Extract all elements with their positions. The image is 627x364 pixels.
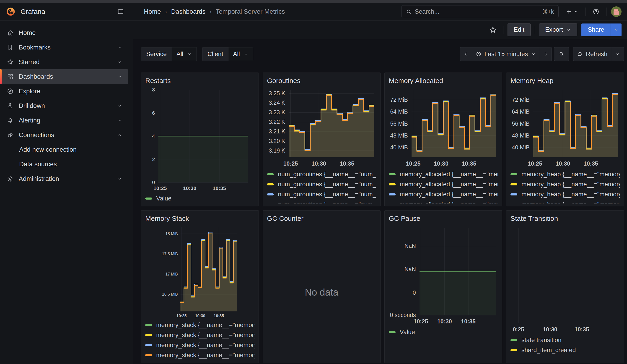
sidebar-item-dashboards[interactable]: Dashboards [0,69,128,84]
refresh-interval-dropdown[interactable] [611,48,624,61]
svg-text:56 MiB: 56 MiB [512,120,530,127]
panel-memory-stack: Memory Stack 10:2510:3010:3518 MiB17.5 M… [141,210,259,363]
time-zoom-out-button[interactable] [554,48,569,61]
edit-button[interactable]: Edit [508,23,530,36]
sidebar-item-add-new-connection[interactable]: Add new connection [0,142,128,157]
svg-text:10:25: 10:25 [154,185,167,191]
panel-title[interactable]: Memory Allocated [389,77,498,85]
legend-label: memory_allocated {__name__="memc [400,201,498,204]
share-button[interactable]: Share [581,23,611,36]
sidebar-item-starred[interactable]: Starred [0,55,128,69]
legend-item[interactable]: shard_item_created [511,345,620,355]
time-shift-back-button[interactable] [460,48,472,61]
svg-text:3.23 K: 3.23 K [269,109,285,115]
svg-text:10:30: 10:30 [556,160,570,167]
sidebar-item-administration[interactable]: Administration [0,171,128,186]
time-range-picker[interactable]: Last 15 minutes [472,48,540,61]
panel-memory-heap: Memory Heap 10:2510:3010:3572 MiB64 MiB5… [506,73,624,207]
chevron-down-icon[interactable] [117,74,122,79]
grafana-logo[interactable]: Grafana [6,7,45,16]
sidebar-item-alerting[interactable]: Alerting [0,113,128,128]
refresh-button[interactable]: Refresh [574,48,611,61]
time-series-chart[interactable]: 0:2510:3010:35 [511,225,620,334]
share-dropdown-button[interactable] [611,23,622,36]
legend-item[interactable]: memory_allocated {__name__="memc [389,179,498,189]
sidebar-item-home[interactable]: Home [0,26,128,40]
search-input-box[interactable]: ⌘+k [401,5,559,18]
window-chrome-strip [0,0,627,3]
favorite-star-button[interactable] [487,24,499,36]
time-series-chart[interactable]: 10:2510:3010:353.25 K3.24 K3.23 K3.22 K3… [267,87,376,168]
share-button-group: Share [581,23,622,36]
svg-text:10:30: 10:30 [437,318,452,324]
service-variable-value[interactable]: All [172,48,197,61]
panel-title[interactable]: State Transition [511,215,620,222]
panel-title[interactable]: Memory Stack [145,215,255,222]
legend-item[interactable]: num_goroutines {__name__="num_go [267,169,376,179]
legend-item[interactable]: state transition [511,335,620,345]
time-series-chart[interactable]: 10:2510:3010:3586420 [145,87,255,193]
svg-text:10:25: 10:25 [406,160,420,167]
sidebar-collapse-button[interactable] [115,6,126,17]
service-variable[interactable]: Service All [141,47,197,61]
sidebar-item-connections[interactable]: Connections [0,128,128,142]
chevron-down-icon[interactable] [117,45,122,50]
legend-item[interactable]: memory_allocated {__name__="memc [389,199,498,204]
user-avatar[interactable] [611,6,622,17]
time-shift-forward-button[interactable] [540,48,552,61]
legend-item[interactable]: memory_stack {__name__="memory_s [145,320,255,330]
legend-item[interactable]: memory_stack {__name__="memory_s [145,330,255,340]
chevron-down-icon [187,52,192,56]
export-button[interactable]: Export [539,23,577,36]
chevron-down-icon[interactable] [117,59,122,64]
panel-title[interactable]: Memory Heap [511,77,620,85]
panel-title[interactable]: Restarts [145,77,255,85]
sidebar-item-bookmarks[interactable]: Bookmarks [0,40,128,55]
legend-item[interactable]: memory_heap {__name__="memory_h [511,189,620,199]
breadcrumb-home[interactable]: Home [144,8,161,15]
search-shortcut: ⌘+k [542,8,554,15]
sidebar-item-explore[interactable]: Explore [0,84,128,99]
help-button[interactable] [590,6,602,17]
chevron-up-icon[interactable] [117,133,122,138]
chevron-down-icon[interactable] [117,176,122,181]
svg-text:3.22 K: 3.22 K [269,119,285,125]
legend-item[interactable]: memory_allocated {__name__="memc [389,189,498,199]
legend-item[interactable]: memory_allocated {__name__="memc [389,169,498,179]
time-series-chart[interactable]: 10:2510:3010:3518 MiB17.5 MiB17 MiB16.5 … [145,225,255,319]
svg-text:10:30: 10:30 [195,313,206,318]
legend-item[interactable]: num_goroutines {__name__="num_go [267,189,376,199]
legend-item[interactable]: memory_stack {__name__="memory_s [145,350,255,360]
bookmark-icon [7,44,14,51]
sidebar-item-data-sources[interactable]: Data sources [0,157,128,171]
client-variable-value[interactable]: All [228,48,253,61]
search-input[interactable] [415,8,539,15]
time-series-chart[interactable]: 10:2510:3010:3572 MiB64 MiB56 MiB48 MiB4… [511,87,620,168]
svg-text:10:35: 10:35 [583,160,598,167]
time-series-chart[interactable]: 10:2510:3010:3572 MiB64 MiB56 MiB48 MiB4… [389,87,498,168]
client-variable[interactable]: Client All [202,47,253,61]
legend-item[interactable]: memory_heap {__name__="memory_h [511,179,620,189]
legend-item[interactable]: num_goroutines {__name__="num_go [267,179,376,189]
panel-title[interactable]: GC Pause [389,215,498,222]
panel-title[interactable]: Goroutines [267,77,376,85]
svg-text:72 MiB: 72 MiB [390,97,408,103]
svg-text:3.21 K: 3.21 K [269,128,285,135]
legend-item[interactable]: memory_stack {__name__="memory_s [145,340,255,350]
new-add-button[interactable] [563,6,581,17]
svg-text:0:25: 0:25 [513,326,524,332]
chevron-down-icon[interactable] [117,118,122,123]
legend-item[interactable]: memory_heap {__name__="memory_h [511,199,620,204]
svg-text:10:30: 10:30 [543,326,558,332]
sidebar-item-drilldown[interactable]: Drilldown [0,99,128,113]
legend-item[interactable]: Value [145,193,255,204]
legend-item[interactable]: Value [389,327,498,337]
svg-text:56 MiB: 56 MiB [390,120,408,127]
panel-title[interactable]: GC Counter [267,215,376,222]
svg-text:72 MiB: 72 MiB [512,97,530,103]
legend-item[interactable]: memory_heap {__name__="memory_h [511,169,620,179]
chevron-down-icon[interactable] [117,103,122,108]
time-series-chart[interactable]: 10:2510:3010:35NaNNaN00 seconds [389,225,498,326]
breadcrumb-dashboards[interactable]: Dashboards [171,8,206,15]
legend-item[interactable]: num_goroutines {__name__="num_go [267,199,376,204]
